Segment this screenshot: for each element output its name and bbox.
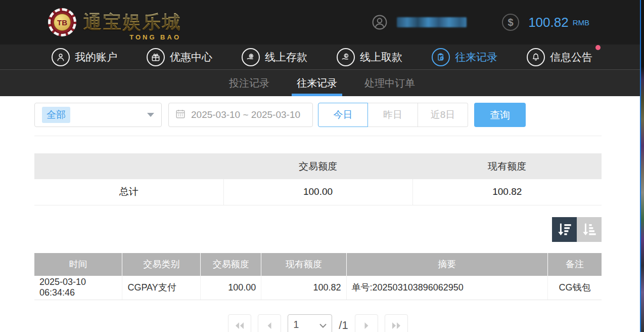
top-header: TB 通宝娱乐城 TONG BAO $ 100.82 RMB — [0, 0, 644, 45]
double-chevron-right-icon — [391, 322, 402, 329]
coin-icon: $ — [502, 14, 519, 31]
transactions-table: 时间 交易类别 交易额度 现有额度 摘要 备注 2025-03-10 06:34… — [34, 253, 602, 301]
content-area: 全部 2025-03-10 ~ 2025-03-10 今日 昨日 近8日 查询 … — [0, 96, 644, 332]
summary-transaction-amount: 100.00 — [223, 179, 412, 205]
balance-amount[interactable]: 100.82 — [528, 15, 569, 30]
record-tabs: 投注记录 往来记录 处理中订单 — [0, 70, 644, 96]
previous-page-button[interactable] — [258, 314, 281, 332]
tab-transaction-records[interactable]: 往来记录 — [295, 70, 339, 96]
transaction-type-select[interactable]: 全部 — [34, 103, 162, 127]
user-avatar-icon — [372, 14, 388, 30]
chevron-right-icon — [361, 322, 372, 329]
quick-date-button-group: 今日 昨日 近8日 — [318, 103, 468, 127]
selected-type-chip: 全部 — [42, 107, 70, 123]
tab-bet-records[interactable]: 投注记录 — [227, 70, 271, 96]
user-icon — [52, 48, 70, 66]
cell-transaction-amount: 100.00 — [201, 276, 261, 300]
pagination: 1 /1 — [34, 314, 602, 332]
sort-descending-icon — [557, 221, 573, 237]
last-page-button[interactable] — [385, 314, 408, 332]
withdraw-icon — [337, 48, 355, 66]
header-summary: 摘要 — [346, 253, 547, 276]
sort-controls — [34, 217, 602, 242]
cell-current-amount: 100.82 — [261, 276, 346, 300]
cell-note: CG钱包 — [547, 276, 602, 300]
summary-table: 交易额度 现有额度 总计 100.00 100.82 — [34, 153, 602, 205]
double-chevron-left-icon — [234, 322, 245, 329]
summary-header-empty — [34, 153, 223, 179]
header-note: 备注 — [547, 253, 602, 276]
table-row: 2025-03-10 06:34:46 CGPAY支付 100.00 100.8… — [34, 276, 602, 300]
summary-header-current-amount: 现有额度 — [412, 153, 602, 179]
nav-item-deposit[interactable]: 线上存款 — [242, 48, 307, 66]
filter-bar: 全部 2025-03-10 ~ 2025-03-10 今日 昨日 近8日 查询 — [34, 103, 602, 136]
main-nav: 我的账户 优惠中心 线上存款 线上取款 往来记录 信息公告 — [0, 45, 644, 70]
date-range-value: 2025-03-10 ~ 2025-03-10 — [191, 109, 300, 120]
page-number-select[interactable]: 1 — [288, 314, 332, 332]
sort-ascending-button[interactable] — [577, 217, 602, 242]
today-button[interactable]: 今日 — [318, 103, 368, 127]
username-blurred[interactable] — [397, 17, 467, 27]
sort-descending-button[interactable] — [552, 217, 577, 242]
nav-item-transaction-records[interactable]: 往来记录 — [432, 48, 497, 66]
total-pages-label: /1 — [339, 314, 348, 332]
nav-item-promotions[interactable]: 优惠中心 — [147, 48, 212, 66]
background-window-sliver — [640, 0, 644, 332]
header-transaction-amount: 交易额度 — [201, 253, 261, 276]
summary-total-label: 总计 — [34, 179, 223, 205]
current-page-value: 1 — [293, 319, 299, 330]
gift-icon — [147, 48, 165, 66]
header-current-amount: 现有额度 — [261, 253, 346, 276]
summary-current-amount: 100.82 — [412, 179, 602, 205]
cell-transaction-type: CGPAY支付 — [122, 276, 201, 300]
header-time: 时间 — [34, 253, 122, 276]
cell-time: 2025-03-10 06:34:46 — [34, 276, 122, 300]
nav-item-my-account[interactable]: 我的账户 — [52, 48, 117, 66]
cell-summary: 单号:202503103896062950 — [346, 276, 547, 300]
nav-item-announcements[interactable]: 信息公告 — [527, 48, 592, 66]
site-subtitle: TONG BAO — [129, 33, 181, 41]
date-range-input[interactable]: 2025-03-10 ~ 2025-03-10 — [168, 103, 313, 127]
site-logo[interactable]: TB 通宝娱乐城 TONG BAO — [48, 8, 182, 36]
notification-dot — [595, 45, 601, 50]
header-transaction-type: 交易类别 — [122, 253, 201, 276]
calendar-icon — [175, 108, 186, 122]
transactions-header-row: 时间 交易类别 交易额度 现有额度 摘要 备注 — [34, 253, 602, 276]
search-button[interactable]: 查询 — [474, 103, 526, 127]
last-8-days-button[interactable]: 近8日 — [418, 103, 468, 127]
site-title: 通宝娱乐城 — [83, 10, 182, 35]
yesterday-button[interactable]: 昨日 — [368, 103, 418, 127]
summary-total-row: 总计 100.00 100.82 — [34, 179, 602, 205]
chevron-left-icon — [264, 322, 275, 329]
nav-item-withdraw[interactable]: 线上取款 — [337, 48, 402, 66]
poker-chip-icon: TB — [48, 8, 76, 36]
deposit-icon — [242, 48, 260, 66]
tab-pending-orders[interactable]: 处理中订单 — [362, 70, 417, 96]
sort-ascending-icon — [581, 221, 597, 237]
next-page-button[interactable] — [355, 314, 378, 332]
chevron-down-icon — [319, 319, 327, 330]
summary-header-transaction-amount: 交易额度 — [223, 153, 412, 179]
chevron-down-icon — [147, 113, 154, 117]
first-page-button[interactable] — [228, 314, 251, 332]
currency-label: RMB — [573, 18, 589, 27]
summary-header-row: 交易额度 现有额度 — [34, 153, 602, 179]
records-icon — [432, 48, 450, 66]
chip-monogram: TB — [54, 14, 71, 31]
bell-icon — [527, 48, 545, 66]
